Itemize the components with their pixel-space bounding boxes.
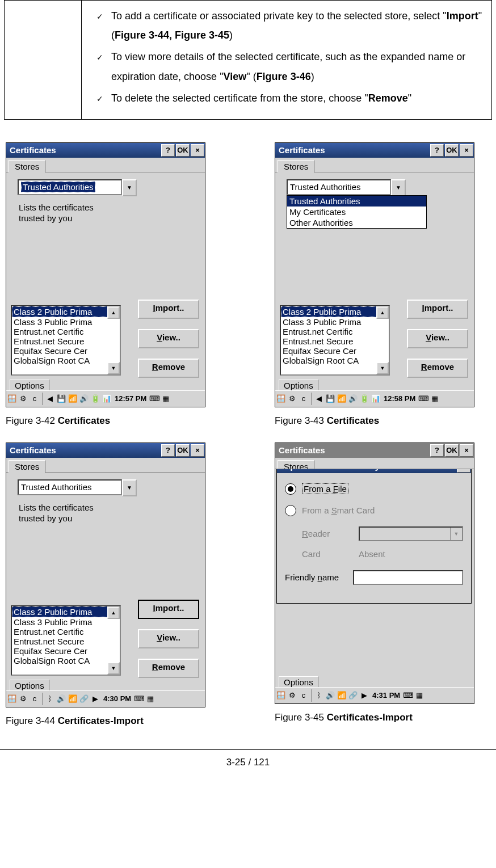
radio-icon[interactable] <box>285 505 296 516</box>
refresh-icon[interactable]: c <box>30 694 40 704</box>
list-item[interactable]: Entrust.net Secure <box>281 336 389 346</box>
list-item[interactable]: Class 3 Public Prima <box>281 317 389 327</box>
network-icon[interactable]: 📶 <box>337 394 347 404</box>
list-item[interactable]: Class 3 Public Prima <box>12 317 120 327</box>
gear-icon[interactable]: ⚙ <box>287 394 297 404</box>
view-button[interactable]: View.. <box>138 329 199 348</box>
tab-stores[interactable]: Stores <box>278 160 314 172</box>
close-button[interactable]: × <box>460 444 473 457</box>
disk-icon[interactable]: 💾 <box>56 394 66 404</box>
network-icon[interactable]: 📶 <box>68 694 78 704</box>
chevron-down-icon[interactable]: ▼ <box>122 479 137 496</box>
signal-icon[interactable]: 📊 <box>371 394 381 404</box>
keyboard-icon[interactable]: ⌨ <box>403 690 413 701</box>
import-button[interactable]: Import.. <box>407 300 468 319</box>
list-item[interactable]: Entrust.net Certific <box>281 327 389 336</box>
gear-icon[interactable]: ⚙ <box>18 694 28 704</box>
help-button[interactable]: ? <box>430 444 444 457</box>
network-icon[interactable]: 📶 <box>68 394 78 404</box>
list-item[interactable]: Class 2 Public Prima <box>12 606 120 617</box>
remove-button[interactable]: Remove <box>138 659 199 678</box>
connection-icon[interactable]: 🔗 <box>79 694 89 704</box>
apps-icon[interactable]: ▦ <box>430 394 440 404</box>
signal-icon[interactable]: 📊 <box>102 394 112 404</box>
ok-button[interactable]: OK <box>445 444 459 457</box>
remove-button[interactable]: Remove <box>407 359 468 378</box>
start-icon[interactable]: 🪟 <box>276 690 286 701</box>
bluetooth-icon[interactable]: ᛒ <box>314 690 324 701</box>
store-combo[interactable]: Trusted Authorities ▼ <box>18 179 137 196</box>
list-item[interactable]: Equifax Secure Cer <box>12 646 120 656</box>
combo-option[interactable]: Other Authorities <box>287 217 426 228</box>
arrow-icon[interactable]: ▶ <box>90 694 100 704</box>
remove-button[interactable]: Remove <box>138 359 199 378</box>
battery-icon[interactable]: 🔋 <box>359 394 369 404</box>
close-button[interactable]: × <box>191 144 204 157</box>
radio-from-card[interactable]: From a Smart Card <box>285 505 463 516</box>
apps-icon[interactable]: ▦ <box>414 690 424 701</box>
arrow-icon[interactable]: ▶ <box>359 690 369 701</box>
ok-button[interactable]: OK <box>176 144 190 157</box>
apps-icon[interactable]: ▦ <box>145 694 155 704</box>
list-item[interactable]: Equifax Secure Cer <box>281 346 389 356</box>
close-button[interactable]: × <box>191 444 204 457</box>
radio-from-file[interactable]: From a File <box>285 483 463 495</box>
help-button[interactable]: ? <box>161 444 175 457</box>
list-item[interactable]: Entrust.net Secure <box>12 637 120 646</box>
store-combo[interactable]: Trusted Authorities ▼ <box>18 479 137 496</box>
start-icon[interactable]: 🪟 <box>7 694 17 704</box>
volume-icon[interactable]: 🔊 <box>348 394 358 404</box>
volume-icon[interactable]: 🔊 <box>325 690 335 701</box>
list-item[interactable]: GlobalSign Root CA <box>281 356 389 365</box>
help-button[interactable]: ? <box>430 144 444 157</box>
start-icon[interactable]: 🪟 <box>7 394 17 404</box>
list-item[interactable]: Class 2 Public Prima <box>12 306 120 317</box>
close-button[interactable]: × <box>460 144 473 157</box>
chevron-down-icon[interactable]: ▼ <box>122 179 137 196</box>
list-item[interactable]: Equifax Secure Cer <box>12 346 120 356</box>
volume-icon[interactable]: 🔊 <box>56 694 66 704</box>
tab-stores[interactable]: Stores <box>278 460 314 469</box>
cert-list[interactable]: Class 2 Public Prima Class 3 Public Prim… <box>11 305 121 376</box>
tray-icon[interactable]: ◀ <box>314 394 324 404</box>
tab-stores[interactable]: Stores <box>9 160 45 172</box>
volume-icon[interactable]: 🔊 <box>79 394 89 404</box>
view-button[interactable]: View.. <box>407 329 468 348</box>
ok-button[interactable]: OK <box>445 144 459 157</box>
keyboard-icon[interactable]: ⌨ <box>134 694 144 704</box>
help-button[interactable]: ? <box>161 144 175 157</box>
refresh-icon[interactable]: c <box>299 394 309 404</box>
gear-icon[interactable]: ⚙ <box>18 394 28 404</box>
gear-icon[interactable]: ⚙ <box>287 690 297 701</box>
list-item[interactable]: Entrust.net Certific <box>12 627 120 637</box>
scroll-up-icon[interactable]: ▲ <box>107 606 120 619</box>
options-tab-cut[interactable]: Options <box>10 680 49 690</box>
keyboard-icon[interactable]: ⌨ <box>149 394 159 404</box>
list-item[interactable]: Class 2 Public Prima <box>281 306 389 317</box>
combo-dropdown[interactable]: Trusted Authorities My Certificates Othe… <box>287 195 427 229</box>
network-icon[interactable]: 📶 <box>337 690 347 701</box>
tray-icon[interactable]: ◀ <box>45 394 55 404</box>
list-item[interactable]: Class 3 Public Prima <box>12 617 120 627</box>
apps-icon[interactable]: ▦ <box>161 394 171 404</box>
start-icon[interactable]: 🪟 <box>276 394 286 404</box>
list-item[interactable]: GlobalSign Root CA <box>12 356 120 365</box>
combo-option[interactable]: Trusted Authorities <box>287 196 426 207</box>
cert-list[interactable]: Class 2 Public Prima Class 3 Public Prim… <box>11 605 121 676</box>
list-item[interactable]: GlobalSign Root CA <box>12 656 120 665</box>
scroll-up-icon[interactable]: ▲ <box>376 306 389 319</box>
chevron-down-icon[interactable]: ▼ <box>391 179 406 196</box>
scroll-down-icon[interactable]: ▼ <box>376 362 389 374</box>
connection-icon[interactable]: 🔗 <box>348 690 358 701</box>
list-item[interactable]: Entrust.net Secure <box>12 336 120 346</box>
options-tab-cut[interactable]: Options <box>10 380 49 390</box>
battery-icon[interactable]: 🔋 <box>90 394 100 404</box>
disk-icon[interactable]: 💾 <box>325 394 335 404</box>
radio-icon[interactable] <box>285 483 296 495</box>
friendly-name-input[interactable] <box>353 570 463 585</box>
options-tab-cut[interactable]: Options <box>279 676 318 687</box>
store-combo[interactable]: Trusted Authorities ▼ <box>287 179 406 196</box>
scroll-up-icon[interactable]: ▲ <box>107 306 120 319</box>
import-button[interactable]: Import.. <box>138 600 199 619</box>
list-item[interactable]: Entrust.net Certific <box>12 327 120 336</box>
